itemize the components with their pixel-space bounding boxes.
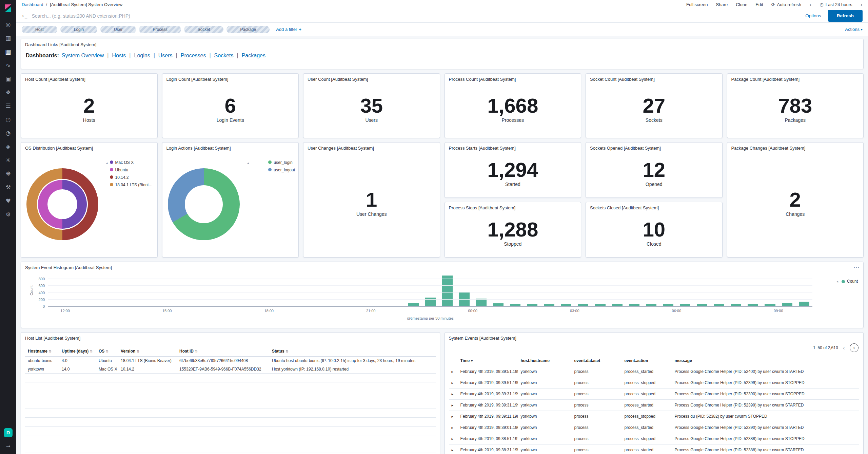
legend-item-mac-os-x[interactable]: Mac OS X <box>110 160 154 165</box>
histogram-bar[interactable] <box>48 276 65 306</box>
sidebar-item-dashboard[interactable]: ▦ <box>0 45 16 58</box>
add-filter-button[interactable]: Add a filter + <box>276 27 301 32</box>
histogram-bar[interactable] <box>626 276 643 306</box>
expand-row-icon[interactable]: ▸ <box>452 448 454 452</box>
panel-options-icon[interactable]: ⋯ <box>853 264 859 271</box>
histogram-bar[interactable] <box>795 276 812 306</box>
auto-refresh-button[interactable]: ⟳ Auto-refresh <box>771 2 801 7</box>
sidebar-item-canvas[interactable]: ▣ <box>0 72 16 86</box>
filter-pill-socket[interactable]: Socket <box>184 26 224 33</box>
column-header-host-hostname[interactable]: host.hostname <box>518 356 572 366</box>
column-header-time[interactable]: Time▾ <box>458 356 518 366</box>
filter-pill-user[interactable]: User <box>100 26 136 33</box>
column-header-event-dataset[interactable]: event.dataset <box>572 356 622 366</box>
histogram-bar[interactable] <box>490 276 507 306</box>
expand-row-icon[interactable]: ▸ <box>452 392 454 396</box>
histogram-bar[interactable] <box>184 276 201 306</box>
filter-pill-login[interactable]: Login <box>60 26 97 33</box>
filter-pill-host[interactable]: Host <box>22 26 57 33</box>
time-picker-button[interactable]: ◷ Last 24 hours <box>820 2 852 7</box>
legend-item-10-14-2[interactable]: 10.14.2 <box>110 175 154 180</box>
histogram-bar[interactable] <box>286 276 303 306</box>
histogram-bar[interactable] <box>524 276 541 306</box>
sidebar-item-management[interactable]: ⚙ <box>0 208 16 221</box>
expand-row-icon[interactable]: ▸ <box>452 370 454 374</box>
sidebar-item-discover[interactable]: ◎ <box>0 18 16 31</box>
histogram-bar[interactable] <box>82 276 99 306</box>
collapse-nav-icon[interactable]: → <box>6 443 11 449</box>
legend-item-ubuntu[interactable]: Ubuntu <box>110 168 154 172</box>
time-back-icon[interactable]: ‹ <box>809 1 811 8</box>
column-header-status[interactable]: Status⇅ <box>269 346 436 357</box>
sidebar-item-monitoring[interactable]: ♥ <box>0 194 16 208</box>
login-actions-donut[interactable] <box>168 168 240 240</box>
legend-item-user-logout[interactable]: user_logout <box>268 168 295 172</box>
histogram-bar[interactable] <box>133 276 150 306</box>
histogram-bar[interactable] <box>65 276 82 306</box>
histogram-bar[interactable] <box>269 276 286 306</box>
histogram-bar[interactable] <box>558 276 575 306</box>
histogram-bar[interactable] <box>303 276 320 306</box>
dashboard-link-processes[interactable]: Processes <box>181 53 206 58</box>
legend-toggle-icon[interactable]: ◂ <box>247 161 249 165</box>
top-menu-clone[interactable]: Clone <box>736 2 747 7</box>
histogram-bar[interactable] <box>354 276 371 306</box>
expand-row-icon[interactable]: ▸ <box>452 403 454 408</box>
sidebar-item-maps[interactable]: ◈ <box>0 140 16 153</box>
expand-row-icon[interactable]: ▸ <box>452 425 454 430</box>
histogram-bar[interactable] <box>541 276 558 306</box>
column-header-uptime-days[interactable]: Uptime (days)⇅ <box>59 346 96 357</box>
dashboard-link-logins[interactable]: Logins <box>134 53 150 58</box>
column-header-event-action[interactable]: event.action <box>622 356 672 366</box>
kibana-logo[interactable] <box>4 4 12 14</box>
legend-toggle-icon[interactable]: ◂ <box>836 280 838 283</box>
histogram-bar[interactable] <box>762 276 778 306</box>
filter-pill-process[interactable]: Process <box>139 26 181 33</box>
histogram-bar[interactable] <box>150 276 167 306</box>
filter-pill-package[interactable]: Package <box>226 26 270 33</box>
histogram-bar[interactable] <box>643 276 659 306</box>
column-header-host-id[interactable]: Host ID⇅ <box>177 346 269 357</box>
histogram-bar[interactable] <box>473 276 490 306</box>
actions-menu-button[interactable]: Actions ▸ <box>845 27 863 32</box>
histogram-bar[interactable] <box>405 276 422 306</box>
dashboard-link-users[interactable]: Users <box>158 53 173 58</box>
previous-page-icon[interactable]: ‹ <box>843 345 845 351</box>
histogram-bar[interactable] <box>439 276 456 306</box>
histogram-bar[interactable] <box>694 276 711 306</box>
expand-row-icon[interactable]: ▸ <box>452 414 454 419</box>
histogram-bar[interactable] <box>778 276 795 306</box>
sidebar-item-logs[interactable]: ☰ <box>0 99 16 113</box>
histogram-bar[interactable] <box>218 276 235 306</box>
dashboard-link-system-overview[interactable]: System Overview <box>62 53 104 58</box>
sidebar-item-uptime[interactable]: ◔ <box>0 126 16 140</box>
histogram-bar[interactable] <box>371 276 388 306</box>
histogram-bar[interactable] <box>745 276 762 306</box>
next-page-button[interactable]: › <box>850 343 859 352</box>
column-header-version[interactable]: Version⇅ <box>118 346 177 357</box>
dashboard-link-hosts[interactable]: Hosts <box>112 53 126 58</box>
histogram-bar[interactable] <box>320 276 337 306</box>
sidebar-item-dev-tools[interactable]: ⚒ <box>0 181 16 194</box>
histogram-bar[interactable] <box>728 276 745 306</box>
histogram-bar[interactable] <box>252 276 269 306</box>
search-input[interactable] <box>32 13 802 19</box>
histogram-bar[interactable] <box>167 276 184 306</box>
os-distribution-donut[interactable] <box>26 168 98 240</box>
histogram-bar[interactable] <box>592 276 609 306</box>
sidebar-item-apm[interactable]: ◷ <box>0 113 16 126</box>
sidebar-item-graph[interactable]: ❋ <box>0 167 16 181</box>
time-forward-icon[interactable]: › <box>861 1 863 8</box>
histogram-bar[interactable] <box>711 276 728 306</box>
options-link[interactable]: Options <box>805 13 821 18</box>
sidebar-item-visualize[interactable]: ▥ <box>0 31 16 45</box>
sidebar-item-timelion[interactable]: ∿ <box>0 58 16 72</box>
histogram-bar[interactable] <box>235 276 252 306</box>
expand-row-icon[interactable]: ▸ <box>452 381 454 385</box>
histogram-bar[interactable] <box>507 276 524 306</box>
expand-row-icon[interactable]: ▸ <box>452 437 454 441</box>
histogram-bar[interactable] <box>456 276 473 306</box>
legend-item-user-login[interactable]: user_login <box>268 160 295 165</box>
dashboard-link-sockets[interactable]: Sockets <box>214 53 234 58</box>
histogram-bar[interactable] <box>99 276 116 306</box>
